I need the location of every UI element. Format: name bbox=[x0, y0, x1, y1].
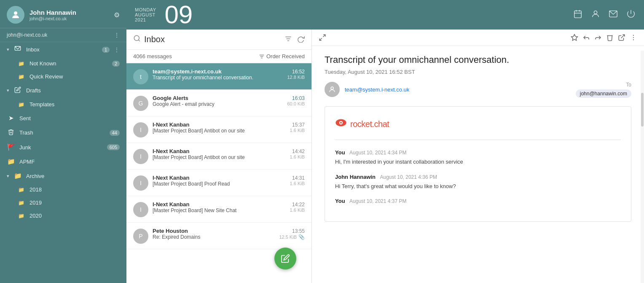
avatar: I bbox=[133, 149, 148, 164]
email-subject: [Master Project Board] New Site Chat bbox=[153, 208, 236, 213]
email-item[interactable]: I I-Next Kanban 14:42 [Master Project Bo… bbox=[126, 143, 311, 170]
drafts-icon bbox=[13, 86, 22, 94]
email-count-bar: 4066 messages Order Received bbox=[126, 50, 311, 63]
date-header: MONDAY AUGUST 2021 09 bbox=[126, 0, 644, 30]
star-button[interactable] bbox=[571, 34, 578, 41]
email-item[interactable]: G Google Alerts 16:03 Google Alert - ema… bbox=[126, 90, 311, 116]
sidebar-item-2018[interactable]: 📁 2018 bbox=[0, 183, 126, 196]
sidebar-item-inbox[interactable]: ▾ Inbox 1 ⋮ bbox=[0, 42, 126, 57]
2018-label: 2018 bbox=[30, 186, 120, 193]
sidebar-item-drafts[interactable]: ▾ Drafts bbox=[0, 83, 126, 98]
email-item[interactable]: t team@system.i-next.co.uk 16:52 Transcr… bbox=[126, 63, 311, 90]
content-row: 4066 messages Order Received t team@syst… bbox=[126, 30, 644, 283]
chat-timestamp-1: August 10, 2021 4:34 PM bbox=[349, 150, 406, 156]
email-date-line: Tuesday, August 10, 2021 16:52 BST bbox=[325, 69, 631, 75]
sidebar-item-archive[interactable]: ▾ 📁 Archive bbox=[0, 169, 126, 183]
avatar: t bbox=[133, 69, 148, 84]
2019-icon: 📁 bbox=[17, 200, 25, 206]
sidebar-item-not-known[interactable]: 📁 Not Known 2 bbox=[0, 57, 126, 70]
rocket-logo-icon bbox=[335, 117, 347, 131]
trash-badge: 44 bbox=[110, 130, 120, 136]
avatar: P bbox=[133, 229, 148, 244]
scrollbar bbox=[641, 51, 644, 283]
sidebar-item-quick-review[interactable]: 📁 Quick Review bbox=[0, 70, 126, 83]
email-view-toolbar bbox=[312, 30, 644, 46]
account-more-button[interactable]: ⋮ bbox=[114, 32, 120, 38]
avatar: I bbox=[133, 122, 148, 137]
power-button[interactable] bbox=[626, 9, 636, 21]
user-email: john@i-next.co.uk bbox=[30, 16, 109, 21]
mail-button[interactable] bbox=[609, 9, 618, 21]
inbox-more-button[interactable]: ⋮ bbox=[114, 46, 120, 53]
chat-content-box: rocket.chat You August 10, 2021 4:34 PM … bbox=[325, 106, 631, 222]
sidebar-item-templates[interactable]: 📁 Templates bbox=[0, 98, 126, 111]
email-item[interactable]: I I-Next Kanban 15:37 [Master Project Bo… bbox=[126, 116, 311, 143]
apmf-label: APMF bbox=[19, 159, 120, 165]
email-content: I-Next Kanban 15:37 [Master Project Boar… bbox=[153, 121, 305, 134]
quick-review-icon: 📁 bbox=[17, 74, 25, 80]
quick-review-label: Quick Review bbox=[30, 73, 120, 80]
email-content: I-Next Kanban 14:22 [Master Project Boar… bbox=[153, 201, 305, 213]
svg-point-23 bbox=[331, 87, 333, 89]
email-list-panel: 4066 messages Order Received t team@syst… bbox=[126, 30, 312, 283]
sent-label: Sent bbox=[19, 115, 120, 121]
not-known-badge: 2 bbox=[112, 61, 120, 67]
email-sender: I-Next Kanban bbox=[153, 175, 189, 181]
email-subject: [Master Project Board] Proof Read bbox=[153, 181, 230, 187]
sidebar-item-trash[interactable]: Trash 44 bbox=[0, 125, 126, 140]
sent-icon: ➤ bbox=[7, 114, 15, 122]
email-size: 1.6 KiB bbox=[290, 208, 305, 213]
email-item[interactable]: P Pete Houston 13:55 Re: Expired Domains… bbox=[126, 223, 311, 249]
calendar-button[interactable] bbox=[573, 9, 582, 21]
sidebar-item-apmf[interactable]: 📁 APMF bbox=[0, 154, 126, 169]
chat-message: You August 10, 2021 4:37 PM bbox=[335, 197, 621, 205]
from-avatar bbox=[325, 82, 340, 97]
trash-label: Trash bbox=[19, 129, 105, 136]
svg-line-16 bbox=[323, 35, 325, 37]
more-button[interactable] bbox=[630, 34, 637, 41]
svg-point-20 bbox=[633, 35, 634, 36]
filter-button[interactable] bbox=[284, 35, 292, 44]
scrollbar-thumb bbox=[641, 93, 644, 127]
svg-point-6 bbox=[594, 11, 597, 13]
svg-point-21 bbox=[633, 37, 634, 38]
inbox-caret: ▾ bbox=[7, 47, 9, 52]
date-label: MONDAY AUGUST 2021 bbox=[135, 7, 156, 22]
open-external-button[interactable] bbox=[618, 34, 625, 41]
sidebar-item-junk[interactable]: 🚩 Junk 605 bbox=[0, 140, 126, 154]
email-size: 1.6 KiB bbox=[290, 128, 305, 134]
email-content: Pete Houston 13:55 Re: Expired Domains 1… bbox=[153, 228, 305, 240]
trash-icon bbox=[7, 129, 15, 137]
not-known-icon: 📁 bbox=[17, 61, 25, 67]
chat-text-2: Hi Terry, that's great what would you li… bbox=[335, 182, 621, 191]
from-section: team@system.i-next.co.uk bbox=[325, 82, 409, 97]
email-item[interactable]: I I-Next Kanban 14:31 [Master Project Bo… bbox=[126, 170, 311, 196]
forward-button[interactable] bbox=[594, 34, 602, 41]
email-list-header bbox=[126, 30, 311, 50]
expand-button[interactable] bbox=[319, 34, 326, 41]
compose-button[interactable] bbox=[274, 248, 296, 270]
archive-icon: 📁 bbox=[13, 172, 22, 180]
search-input[interactable] bbox=[144, 35, 279, 44]
sidebar-item-2020[interactable]: 📁 2020 bbox=[0, 209, 126, 222]
reply-button[interactable] bbox=[582, 34, 590, 41]
delete-button[interactable] bbox=[606, 34, 614, 41]
email-content: I-Next Kanban 14:42 [Master Project Boar… bbox=[153, 148, 305, 160]
rocket-chat-logo: rocket.chat bbox=[335, 117, 621, 131]
svg-point-22 bbox=[633, 39, 634, 40]
email-item[interactable]: I I-Next Kanban 14:22 [Master Project Bo… bbox=[126, 196, 311, 223]
sidebar-item-sent[interactable]: ➤ Sent bbox=[0, 111, 126, 125]
sidebar-item-2019[interactable]: 📁 2019 bbox=[0, 196, 126, 209]
svg-rect-2 bbox=[574, 11, 582, 17]
svg-point-0 bbox=[14, 11, 17, 15]
chat-message: John Hannawin August 10, 2021 4:36 PM Hi… bbox=[335, 173, 621, 191]
email-content: Google Alerts 16:03 Google Alert - email… bbox=[153, 95, 305, 107]
refresh-button[interactable] bbox=[297, 35, 305, 44]
from-email[interactable]: team@system.i-next.co.uk bbox=[345, 86, 409, 93]
order-button[interactable]: Order Received bbox=[259, 53, 305, 59]
contacts-button[interactable] bbox=[591, 9, 600, 21]
settings-button[interactable]: ⚙ bbox=[114, 11, 120, 19]
date-big: 09 bbox=[164, 2, 193, 27]
svg-line-19 bbox=[621, 35, 625, 38]
email-size: 12.8 KiB bbox=[287, 75, 305, 81]
